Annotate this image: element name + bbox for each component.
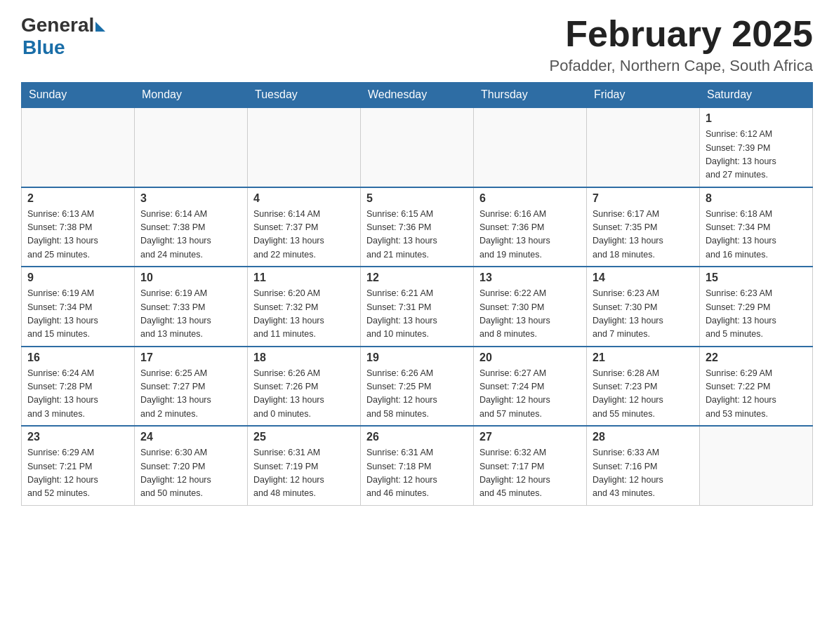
- calendar-cell: 6Sunrise: 6:16 AMSunset: 7:36 PMDaylight…: [474, 187, 587, 267]
- day-info: Sunrise: 6:32 AMSunset: 7:17 PMDaylight:…: [479, 446, 581, 501]
- logo-arrow-icon: [95, 22, 105, 32]
- day-info: Sunrise: 6:19 AMSunset: 7:34 PMDaylight:…: [27, 287, 128, 342]
- day-info: Sunrise: 6:15 AMSunset: 7:36 PMDaylight:…: [366, 208, 468, 262]
- day-info: Sunrise: 6:14 AMSunset: 7:37 PMDaylight:…: [253, 208, 355, 262]
- day-number: 13: [479, 271, 581, 284]
- day-info: Sunrise: 6:25 AMSunset: 7:27 PMDaylight:…: [140, 367, 241, 422]
- day-number: 11: [253, 271, 355, 284]
- calendar-cell: [135, 107, 248, 187]
- calendar-cell: 27Sunrise: 6:32 AMSunset: 7:17 PMDayligh…: [474, 426, 587, 505]
- calendar-cell: 14Sunrise: 6:23 AMSunset: 7:30 PMDayligh…: [587, 267, 700, 347]
- day-number: 28: [593, 431, 694, 443]
- weekday-header-friday: Friday: [587, 83, 700, 108]
- day-number: 9: [27, 271, 128, 284]
- calendar-week-row: 1Sunrise: 6:12 AMSunset: 7:39 PMDaylight…: [22, 107, 813, 187]
- page-header: General Blue February 2025 Pofadder, Nor…: [21, 14, 813, 75]
- day-number: 5: [366, 192, 468, 205]
- day-number: 15: [706, 271, 807, 284]
- day-info: Sunrise: 6:24 AMSunset: 7:28 PMDaylight:…: [27, 367, 128, 422]
- day-info: Sunrise: 6:31 AMSunset: 7:19 PMDaylight:…: [253, 446, 355, 501]
- calendar-table: SundayMondayTuesdayWednesdayThursdayFrid…: [21, 82, 813, 506]
- calendar-cell: 1Sunrise: 6:12 AMSunset: 7:39 PMDaylight…: [700, 107, 813, 187]
- calendar-cell: [474, 107, 587, 187]
- day-number: 2: [27, 192, 128, 205]
- day-info: Sunrise: 6:29 AMSunset: 7:22 PMDaylight:…: [706, 367, 807, 422]
- calendar-cell: [248, 107, 361, 187]
- day-number: 24: [140, 431, 241, 443]
- day-number: 26: [366, 431, 468, 443]
- day-number: 18: [253, 351, 355, 364]
- calendar-week-row: 23Sunrise: 6:29 AMSunset: 7:21 PMDayligh…: [22, 426, 813, 505]
- weekday-header-saturday: Saturday: [700, 83, 813, 108]
- day-info: Sunrise: 6:20 AMSunset: 7:32 PMDaylight:…: [253, 287, 355, 342]
- logo-general-text: General: [21, 14, 94, 36]
- calendar-cell: 12Sunrise: 6:21 AMSunset: 7:31 PMDayligh…: [361, 267, 474, 347]
- day-info: Sunrise: 6:26 AMSunset: 7:25 PMDaylight:…: [366, 367, 468, 422]
- calendar-cell: 26Sunrise: 6:31 AMSunset: 7:18 PMDayligh…: [361, 426, 474, 505]
- weekday-header-wednesday: Wednesday: [361, 83, 474, 108]
- day-number: 27: [479, 431, 581, 443]
- calendar-cell: 3Sunrise: 6:14 AMSunset: 7:38 PMDaylight…: [135, 187, 248, 267]
- weekday-header-sunday: Sunday: [22, 83, 135, 108]
- calendar-cell: 22Sunrise: 6:29 AMSunset: 7:22 PMDayligh…: [700, 347, 813, 427]
- day-number: 12: [366, 271, 468, 284]
- logo: General Blue: [21, 14, 105, 59]
- calendar-cell: 24Sunrise: 6:30 AMSunset: 7:20 PMDayligh…: [135, 426, 248, 505]
- calendar-cell: 7Sunrise: 6:17 AMSunset: 7:35 PMDaylight…: [587, 187, 700, 267]
- calendar-cell: [700, 426, 813, 505]
- calendar-cell: [361, 107, 474, 187]
- day-info: Sunrise: 6:13 AMSunset: 7:38 PMDaylight:…: [27, 208, 128, 262]
- calendar-cell: 9Sunrise: 6:19 AMSunset: 7:34 PMDaylight…: [22, 267, 135, 347]
- day-number: 19: [366, 351, 468, 364]
- calendar-cell: 18Sunrise: 6:26 AMSunset: 7:26 PMDayligh…: [248, 347, 361, 427]
- day-number: 6: [479, 192, 581, 205]
- calendar-cell: 5Sunrise: 6:15 AMSunset: 7:36 PMDaylight…: [361, 187, 474, 267]
- day-info: Sunrise: 6:23 AMSunset: 7:30 PMDaylight:…: [593, 287, 694, 342]
- day-info: Sunrise: 6:33 AMSunset: 7:16 PMDaylight:…: [593, 446, 694, 501]
- day-info: Sunrise: 6:18 AMSunset: 7:34 PMDaylight:…: [706, 208, 807, 262]
- calendar-cell: 13Sunrise: 6:22 AMSunset: 7:30 PMDayligh…: [474, 267, 587, 347]
- day-number: 23: [27, 431, 128, 443]
- calendar-cell: 20Sunrise: 6:27 AMSunset: 7:24 PMDayligh…: [474, 347, 587, 427]
- day-info: Sunrise: 6:31 AMSunset: 7:18 PMDaylight:…: [366, 446, 468, 501]
- day-info: Sunrise: 6:14 AMSunset: 7:38 PMDaylight:…: [140, 208, 241, 262]
- weekday-header-row: SundayMondayTuesdayWednesdayThursdayFrid…: [22, 83, 813, 108]
- day-number: 17: [140, 351, 241, 364]
- day-info: Sunrise: 6:12 AMSunset: 7:39 PMDaylight:…: [706, 128, 807, 182]
- day-info: Sunrise: 6:27 AMSunset: 7:24 PMDaylight:…: [479, 367, 581, 422]
- calendar-cell: 17Sunrise: 6:25 AMSunset: 7:27 PMDayligh…: [135, 347, 248, 427]
- day-number: 7: [593, 192, 694, 205]
- month-title: February 2025: [550, 14, 813, 54]
- calendar-cell: 8Sunrise: 6:18 AMSunset: 7:34 PMDaylight…: [700, 187, 813, 267]
- calendar-cell: 19Sunrise: 6:26 AMSunset: 7:25 PMDayligh…: [361, 347, 474, 427]
- day-number: 21: [593, 351, 694, 364]
- calendar-week-row: 2Sunrise: 6:13 AMSunset: 7:38 PMDaylight…: [22, 187, 813, 267]
- location-title: Pofadder, Northern Cape, South Africa: [550, 57, 813, 75]
- day-number: 1: [706, 112, 807, 125]
- day-number: 25: [253, 431, 355, 443]
- calendar-cell: 21Sunrise: 6:28 AMSunset: 7:23 PMDayligh…: [587, 347, 700, 427]
- day-number: 22: [706, 351, 807, 364]
- day-info: Sunrise: 6:22 AMSunset: 7:30 PMDaylight:…: [479, 287, 581, 342]
- day-number: 16: [27, 351, 128, 364]
- weekday-header-monday: Monday: [135, 83, 248, 108]
- weekday-header-thursday: Thursday: [474, 83, 587, 108]
- calendar-cell: 11Sunrise: 6:20 AMSunset: 7:32 PMDayligh…: [248, 267, 361, 347]
- day-number: 8: [706, 192, 807, 205]
- day-info: Sunrise: 6:29 AMSunset: 7:21 PMDaylight:…: [27, 446, 128, 501]
- calendar-cell: 23Sunrise: 6:29 AMSunset: 7:21 PMDayligh…: [22, 426, 135, 505]
- calendar-cell: 2Sunrise: 6:13 AMSunset: 7:38 PMDaylight…: [22, 187, 135, 267]
- calendar-week-row: 9Sunrise: 6:19 AMSunset: 7:34 PMDaylight…: [22, 267, 813, 347]
- day-number: 10: [140, 271, 241, 284]
- title-section: February 2025 Pofadder, Northern Cape, S…: [550, 14, 813, 75]
- day-number: 4: [253, 192, 355, 205]
- calendar-cell: 28Sunrise: 6:33 AMSunset: 7:16 PMDayligh…: [587, 426, 700, 505]
- day-info: Sunrise: 6:30 AMSunset: 7:20 PMDaylight:…: [140, 446, 241, 501]
- day-info: Sunrise: 6:16 AMSunset: 7:36 PMDaylight:…: [479, 208, 581, 262]
- day-info: Sunrise: 6:19 AMSunset: 7:33 PMDaylight:…: [140, 287, 241, 342]
- day-info: Sunrise: 6:26 AMSunset: 7:26 PMDaylight:…: [253, 367, 355, 422]
- weekday-header-tuesday: Tuesday: [248, 83, 361, 108]
- day-info: Sunrise: 6:28 AMSunset: 7:23 PMDaylight:…: [593, 367, 694, 422]
- calendar-cell: [22, 107, 135, 187]
- calendar-cell: 25Sunrise: 6:31 AMSunset: 7:19 PMDayligh…: [248, 426, 361, 505]
